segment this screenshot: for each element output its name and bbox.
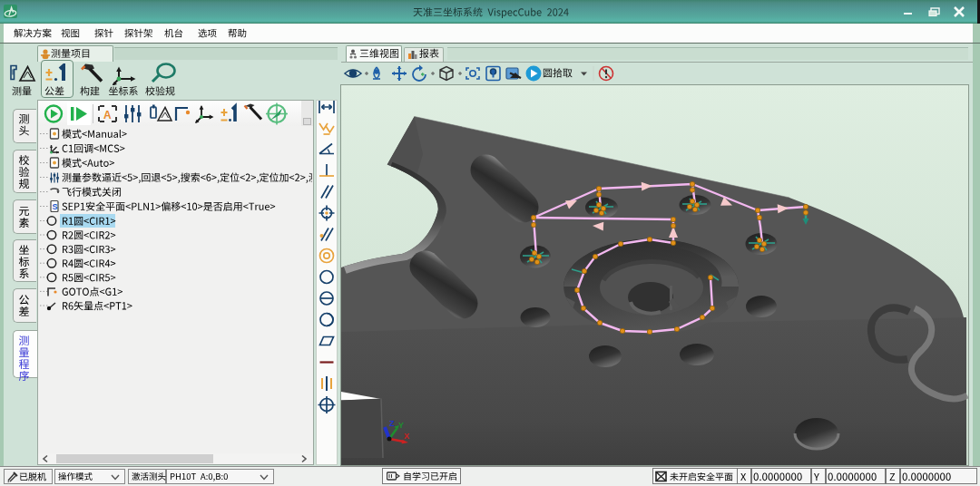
svg-text:X: X xyxy=(404,432,409,441)
svg-text:Z: Z xyxy=(389,419,395,428)
svg-text:Y: Y xyxy=(398,421,404,430)
svg-text:S: S xyxy=(53,202,58,211)
svg-text:A: A xyxy=(103,109,112,122)
